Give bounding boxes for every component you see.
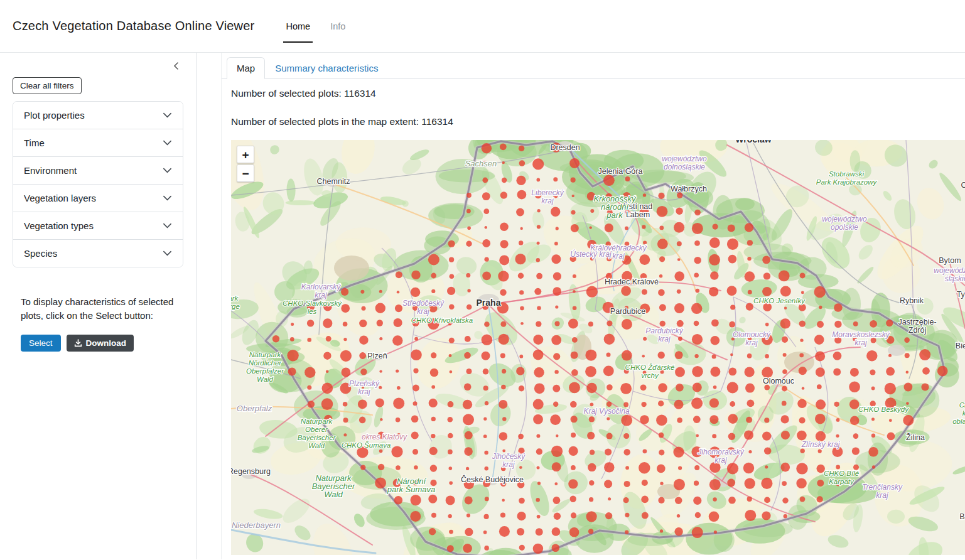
filter-label: Vegetation types [24, 220, 94, 231]
chevron-down-icon [163, 193, 172, 203]
svg-text:CHKO Šumava: CHKO Šumava [342, 441, 391, 449]
filter-vegetation-types[interactable]: Vegetation types [13, 212, 183, 239]
nav-home[interactable]: Home [284, 20, 311, 33]
download-button[interactable]: Download [67, 335, 134, 352]
nav-info[interactable]: Info [329, 20, 347, 33]
map-canvas[interactable]: DresdenSachsenChemnitzWrocławwojewództwo… [231, 140, 965, 555]
svg-text:Praha: Praha [477, 298, 501, 308]
zoom-out-button[interactable]: − [237, 164, 254, 182]
layout: Clear all filters Plot properties Time E… [0, 53, 965, 559]
filter-vegetation-layers[interactable]: Vegetation layers [13, 184, 183, 212]
svg-text:Chemnitz: Chemnitz [317, 177, 350, 186]
selected-plots-count: Number of selected plots: 116314 [231, 88, 965, 99]
filter-label: Time [24, 137, 45, 148]
tab-summary-characteristics[interactable]: Summary characteristics [265, 57, 388, 79]
svg-text:Wrocław: Wrocław [735, 140, 771, 144]
filter-label: Species [24, 248, 57, 259]
main-tabs: Map Summary characteristics [222, 57, 965, 79]
svg-text:Dresden: Dresden [550, 143, 580, 152]
chevron-down-icon [163, 138, 172, 148]
map-tab-content: Number of selected plots: 116314 Number … [222, 79, 965, 555]
svg-text:Wałbrzych: Wałbrzych [671, 185, 707, 193]
select-button[interactable]: Select [21, 335, 61, 352]
svg-text:České Budějovice: České Budějovice [461, 475, 524, 484]
svg-text:Niederbayern: Niederbayern [232, 520, 281, 530]
zoom-in-button[interactable]: + [237, 146, 254, 163]
sidebar-collapse-button[interactable] [171, 60, 182, 72]
download-icon [74, 339, 82, 347]
svg-text:CHKO BíléKarpaty: CHKO BíléKarpaty [824, 470, 859, 485]
app-title: Czech Vegetation Database Online Viewer [13, 19, 254, 33]
main-panel: Map Summary characteristics Number of se… [197, 53, 965, 559]
chevron-down-icon [163, 110, 172, 120]
svg-text:Bielsko-Biała: Bielsko-Biała [956, 342, 965, 350]
chevron-down-icon [163, 249, 172, 258]
svg-text:Olomouc: Olomouc [763, 377, 794, 385]
filter-environment[interactable]: Environment [13, 156, 183, 184]
filter-accordion: Plot properties Time Environment Vegetat… [13, 101, 183, 267]
chevron-down-icon [163, 221, 172, 230]
svg-text:Rybnik: Rybnik [900, 296, 924, 305]
svg-text:Hradec Králové: Hradec Králové [605, 277, 659, 286]
svg-text:okres Klatovy: okres Klatovy [362, 433, 407, 441]
svg-text:CHKO Beskydy: CHKO Beskydy [858, 406, 909, 413]
svg-text:CHKO Jeseníky: CHKO Jeseníky [753, 297, 806, 304]
filter-label: Plot properties [24, 110, 85, 121]
svg-text:Oberpfalz: Oberpfalz [237, 404, 272, 413]
svg-text:Zlínský kraj: Zlínský kraj [801, 440, 840, 449]
clear-filters-button[interactable]: Clear all filters [13, 77, 82, 94]
filter-sidebar: Clear all filters Plot properties Time E… [0, 53, 197, 559]
chevron-down-icon [163, 166, 172, 175]
map-zoom-control: + − [237, 146, 254, 182]
tab-map[interactable]: Map [227, 57, 265, 79]
svg-text:Jelenia Góra: Jelenia Góra [598, 167, 643, 176]
select-instruction: To display characteristics of selected p… [21, 295, 179, 323]
filter-plot-properties[interactable]: Plot properties [13, 102, 183, 129]
svg-text:Częstochowa: Częstochowa [961, 181, 965, 190]
svg-text:Pardubice: Pardubice [610, 307, 645, 316]
extent-plots-count: Number of selected plots in the map exte… [231, 116, 965, 127]
download-label: Download [86, 338, 127, 348]
svg-text:Banská Bystrica: Banská Bystrica [959, 512, 965, 521]
map-container: + − DresdenSachsenChemnitzWrocławwojewód… [231, 140, 965, 555]
top-nav: Home Info [284, 0, 347, 52]
svg-text:CHKO Křivoklátska: CHKO Křivoklátska [411, 316, 473, 324]
filter-time[interactable]: Time [13, 129, 183, 156]
filter-species[interactable]: Species [13, 239, 183, 267]
action-buttons: Select Download [21, 335, 183, 352]
svg-text:Plzeň: Plzeň [367, 352, 387, 360]
filter-label: Vegetation layers [24, 193, 96, 203]
svg-text:Sachsen: Sachsen [465, 159, 497, 168]
chevron-left-icon [171, 60, 182, 72]
svg-text:Bytom: Bytom [939, 256, 961, 265]
app-header: Czech Vegetation Database Online Viewer … [0, 0, 965, 53]
svg-text:Žilina: Žilina [906, 433, 925, 442]
svg-text:Kraj Vysočina: Kraj Vysočina [583, 407, 629, 416]
svg-text:Regensburg: Regensburg [231, 467, 271, 476]
svg-text:województwodolnośląskie: województwodolnośląskie [662, 154, 707, 171]
filter-label: Environment [24, 165, 77, 176]
svg-text:Tychy: Tychy [957, 290, 965, 299]
